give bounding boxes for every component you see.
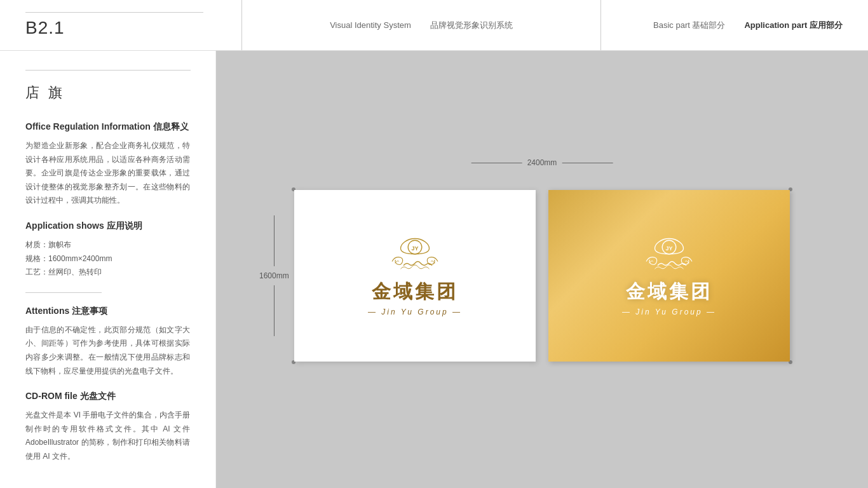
app-heading: Application shows 应用说明: [25, 220, 190, 232]
material-line3: 工艺：丝网印、热转印: [25, 266, 190, 280]
header-center: Visual Identity System 品牌视觉形象识别系统: [241, 0, 601, 50]
height-label: 1600mm: [259, 271, 289, 280]
section-title: 店 旗: [25, 83, 190, 102]
brand-system-label: 品牌视觉形象识别系统: [430, 20, 513, 31]
basic-part-label: Basic part 基础部分: [653, 20, 725, 31]
office-heading: Office Regulation Information 信息释义: [25, 121, 190, 133]
left-panel: 店 旗 Office Regulation Information 信息释义 为…: [0, 51, 216, 488]
banner-container: 2400mm 1600mm: [294, 177, 790, 362]
logo-english-gold: — Jin Yu Group —: [622, 308, 716, 316]
gold-banner: JY 金域集团 — Jin Yu Group —: [548, 190, 790, 362]
cdrom-heading: CD-ROM file 光盘文件: [25, 391, 190, 402]
header-left: B2.1: [25, 12, 241, 38]
main-content: 店 旗 Office Regulation Information 信息释义 为…: [0, 51, 868, 488]
page-header: B2.1 Visual Identity System 品牌视觉形象识别系统 B…: [0, 0, 868, 51]
material-line2: 规格：1600mm×2400mm: [25, 252, 190, 266]
office-text: 为塑造企业新形象，配合企业商务礼仪规范，特设计各种应用系统用品，以适应各种商务活…: [25, 139, 190, 208]
width-label: 2400mm: [527, 158, 557, 167]
white-logo: JY 金域集团 — Jin Yu Group —: [368, 235, 462, 316]
header-divider: [25, 12, 203, 13]
vis-system-label: Visual Identity System: [330, 20, 411, 30]
attention-text: 由于信息的不确定性，此页部分规范（如文字大小、间距等）可作为参考使用，具体可根据…: [25, 323, 190, 378]
mid-divider: [25, 292, 102, 293]
right-panel: 2400mm 1600mm: [216, 51, 868, 488]
logo-chinese-gold: 金域集团: [626, 279, 712, 305]
cdrom-text: 光盘文件是本 VI 手册电子文件的集合，内含手册制作时的专用软件格式文件。其中 …: [25, 409, 190, 463]
logo-chinese-white: 金域集团: [372, 279, 458, 305]
material-line1: 材质：旗帜布: [25, 238, 190, 252]
svg-text:JY: JY: [665, 245, 672, 252]
white-banner: JY 金域集团 — Jin Yu Group —: [294, 190, 536, 362]
svg-text:JY: JY: [411, 245, 418, 252]
top-divider: [25, 70, 191, 71]
banners-row: 1600mm JY: [294, 190, 790, 362]
header-right: Basic part 基础部分 Application part 应用部分: [601, 20, 843, 31]
logo-english-white: — Jin Yu Group —: [368, 308, 462, 316]
gold-logo: JY 金域集团 — Jin Yu Group —: [622, 235, 716, 316]
app-part-label: Application part 应用部分: [744, 20, 843, 31]
height-indicator: 1600mm: [259, 215, 289, 336]
page-code: B2.1: [25, 18, 65, 37]
emblem-gold: JY: [641, 235, 698, 276]
emblem-white: JY: [386, 235, 444, 276]
width-indicator: 2400mm: [471, 158, 613, 167]
attention-heading: Attentions 注意事项: [25, 306, 190, 317]
